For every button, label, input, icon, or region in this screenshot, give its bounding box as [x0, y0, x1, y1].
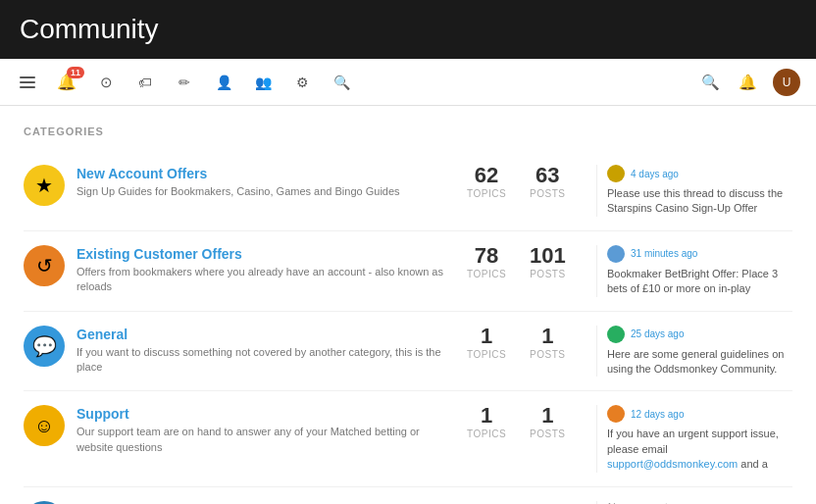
recent-avatar — [607, 165, 625, 182]
recent-avatar — [607, 326, 625, 343]
category-stats: 1TOPICS1POSTS — [467, 326, 585, 360]
recent-text: If you have an urgent support issue, ple… — [607, 427, 792, 472]
recent-time: 31 minutes ago — [631, 248, 697, 259]
category-info: New Account OffersSign Up Guides for Boo… — [76, 165, 455, 199]
search-icon-left[interactable]: 🔍 — [330, 71, 353, 94]
category-description: Our support team are on hand to answer a… — [76, 425, 455, 455]
category-stats: 0TOPICS0POSTS — [467, 501, 585, 504]
hamburger-line — [20, 86, 35, 88]
recent-link[interactable]: support@oddsmonkey.com — [607, 458, 738, 470]
category-description: If you want to discuss something not cov… — [76, 345, 455, 376]
posts-label: POSTS — [530, 269, 565, 279]
posts-count: 0 — [541, 501, 553, 504]
topics-label: TOPICS — [467, 349, 506, 360]
home-icon[interactable]: ⊙ — [94, 71, 118, 94]
topics-count: 1 — [481, 405, 492, 427]
nav-right-icons: 🔍 🔔 U — [698, 69, 800, 96]
topics-label: TOPICS — [467, 428, 506, 439]
category-info: Existing Customer OffersOffers from book… — [76, 245, 455, 295]
topics-label: TOPICS — [467, 188, 506, 199]
notifications-icon[interactable]: 🔔 11 — [55, 71, 78, 94]
page-title: Community — [20, 14, 159, 45]
category-recent: 25 days agoHere are some general guideli… — [596, 326, 792, 378]
category-info: SupportOur support team are on hand to a… — [76, 405, 455, 455]
posts-count: 1 — [541, 405, 553, 427]
category-info: GeneralIf you want to discuss something … — [76, 326, 455, 376]
category-row: 📈Affiliate/Referral ProgramLearn about o… — [24, 487, 792, 504]
recent-time: 25 days ago — [631, 328, 685, 339]
nav-bar: 🔔 11 ⊙ 🏷 ✏ 👤 👥 ⚙ 🔍 🔍 🔔 U — [0, 59, 816, 106]
category-title[interactable]: Support — [76, 406, 129, 422]
posts-count: 1 — [541, 326, 553, 347]
recent-avatar — [607, 405, 625, 423]
posts-stat: 63POSTS — [530, 165, 565, 199]
category-info: Affiliate/Referral ProgramLearn about ou… — [76, 501, 455, 504]
posts-count: 101 — [530, 245, 566, 267]
posts-label: POSTS — [530, 188, 565, 199]
category-row: ☺SupportOur support team are on hand to … — [24, 391, 792, 486]
recent-meta: 12 days ago — [607, 405, 792, 423]
topics-count: 78 — [475, 245, 498, 267]
recent-text: Here are some general guidelines on usin… — [607, 347, 792, 378]
recent-avatar — [607, 245, 625, 263]
categories-label: CATEGORIES — [24, 126, 792, 137]
tag-icon[interactable]: 🏷 — [133, 71, 157, 94]
notification-badge: 11 — [67, 67, 84, 78]
posts-stat: 1POSTS — [530, 405, 565, 439]
recent-meta: 25 days ago — [607, 326, 792, 343]
main-content: CATEGORIES ★New Account OffersSign Up Gu… — [0, 106, 816, 504]
topics-stat: 78TOPICS — [467, 245, 506, 279]
category-recent: 12 days agoIf you have an urgent support… — [596, 405, 792, 472]
category-row: ↺Existing Customer OffersOffers from boo… — [24, 231, 792, 312]
search-icon-right[interactable]: 🔍 — [698, 71, 722, 94]
category-description: Offers from bookmakers where you already… — [76, 265, 455, 295]
hamburger-line — [20, 81, 35, 83]
category-icon: 📈 — [24, 501, 65, 504]
category-row: 💬GeneralIf you want to discuss something… — [24, 312, 792, 392]
category-icon: ★ — [24, 165, 65, 206]
user-avatar[interactable]: U — [773, 69, 800, 96]
category-icon: ☺ — [24, 405, 65, 446]
category-icon: ↺ — [24, 245, 65, 286]
recent-text: Please use this thread to discuss the St… — [607, 186, 792, 217]
categories-list: ★New Account OffersSign Up Guides for Bo… — [24, 151, 792, 504]
recent-meta: 4 days ago — [607, 165, 792, 182]
posts-stat: 1POSTS — [530, 326, 565, 360]
posts-label: POSTS — [530, 349, 565, 360]
bell-icon[interactable]: 🔔 — [736, 71, 759, 94]
category-recent: No new posts. — [596, 501, 792, 504]
topics-stat: 1TOPICS — [467, 326, 506, 360]
posts-count: 63 — [536, 165, 559, 186]
category-title[interactable]: General — [76, 327, 128, 342]
topics-count: 0 — [481, 501, 492, 504]
category-title[interactable]: New Account Offers — [76, 166, 207, 181]
menu-icon[interactable] — [16, 71, 39, 94]
no-posts-text: No new posts. — [607, 501, 792, 504]
category-stats: 62TOPICS63POSTS — [467, 165, 585, 199]
page-header: Community — [0, 0, 816, 59]
hamburger-line — [20, 76, 35, 78]
topics-label: TOPICS — [467, 269, 506, 279]
user-icon[interactable]: 👤 — [212, 71, 235, 94]
topics-stat: 62TOPICS — [467, 165, 506, 199]
nav-left-icons: 🔔 11 ⊙ 🏷 ✏ 👤 👥 ⚙ 🔍 — [16, 71, 353, 94]
category-icon: 💬 — [24, 326, 65, 367]
topics-stat: 0TOPICS — [467, 501, 506, 504]
recent-meta: 31 minutes ago — [607, 245, 792, 263]
topics-stat: 1TOPICS — [467, 405, 506, 439]
posts-stat: 0POSTS — [530, 501, 565, 504]
posts-label: POSTS — [530, 428, 565, 439]
settings-icon[interactable]: ⚙ — [290, 71, 314, 94]
recent-time: 4 days ago — [631, 169, 679, 179]
group-icon[interactable]: 👥 — [251, 71, 275, 94]
recent-time: 12 days ago — [631, 409, 685, 420]
pencil-icon[interactable]: ✏ — [173, 71, 196, 94]
topics-count: 62 — [475, 165, 498, 186]
category-stats: 1TOPICS1POSTS — [467, 405, 585, 439]
category-title[interactable]: Existing Customer Offers — [76, 246, 242, 262]
topics-count: 1 — [481, 326, 492, 347]
category-description: Sign Up Guides for Bookmakers, Casino, G… — [76, 184, 455, 199]
category-recent: 31 minutes agoBookmaker BetBright Offer:… — [596, 245, 792, 297]
category-row: ★New Account OffersSign Up Guides for Bo… — [24, 151, 792, 231]
category-stats: 78TOPICS101POSTS — [467, 245, 585, 279]
